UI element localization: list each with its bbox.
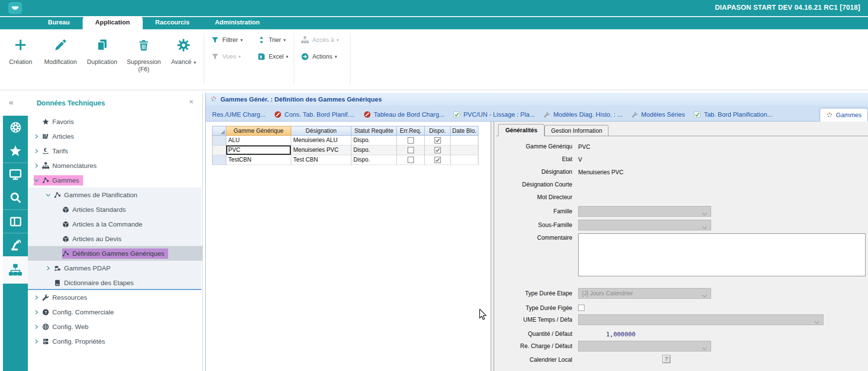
tree-item-articles-a-la-commande[interactable]: Articles à la Commande	[28, 217, 202, 231]
chevron-right-icon[interactable]	[34, 295, 42, 300]
chevron-right-icon[interactable]	[34, 309, 42, 315]
avance-button[interactable]: Avancé▾	[167, 32, 200, 73]
tree-item-articles[interactable]: Articles	[28, 129, 202, 144]
doc-tab-pvc-un-lissage[interactable]: PVC/UN - Lissage : Pla...	[449, 108, 539, 121]
cell-statut[interactable]: Dispo.	[351, 145, 397, 155]
re-charge-dropdown[interactable]	[578, 341, 711, 351]
dispo-checkbox[interactable]	[434, 137, 441, 144]
menu-tab-application[interactable]: Application	[83, 16, 143, 29]
tab-generalites[interactable]: Généralités	[498, 124, 544, 136]
table-row[interactable]: TestCBN Test CBN Dispo.	[212, 155, 478, 165]
err-req-checkbox[interactable]	[408, 157, 414, 163]
tab-gestion-information[interactable]: Gestion Information	[544, 125, 608, 136]
chevron-down-icon[interactable]	[45, 192, 54, 198]
tree-item-favoris[interactable]: Favoris	[28, 114, 202, 129]
chevron-right-icon[interactable]	[45, 266, 54, 271]
row-selector[interactable]	[212, 155, 226, 165]
dispo-checkbox[interactable]	[434, 147, 441, 153]
doc-tab-tab-bord-planification[interactable]: Tab. Bord Planification...	[689, 108, 777, 121]
chevron-right-icon[interactable]	[34, 163, 42, 168]
creation-button[interactable]: Création	[4, 32, 38, 73]
doc-tab-tableau-de-bord-charg[interactable]: Tableau de Bord Charg...	[359, 108, 449, 121]
actions-button[interactable]: Actions▾	[301, 53, 348, 61]
excel-button[interactable]: Excel▾	[258, 53, 290, 61]
close-panel-icon[interactable]	[189, 98, 194, 106]
rail-item-wheel-icon[interactable]	[3, 116, 28, 139]
row-selector[interactable]	[212, 145, 226, 155]
cell-statut[interactable]: Dispo.	[351, 136, 397, 145]
commentaire-textarea[interactable]	[578, 233, 866, 276]
menu-tab-administration[interactable]: Administration	[202, 16, 273, 29]
chevron-right-icon[interactable]	[34, 324, 42, 330]
type-duree-figee-checkbox[interactable]	[578, 305, 585, 311]
cell-designation[interactable]: Test CBN	[291, 155, 351, 165]
rail-item-monitor-icon[interactable]	[3, 163, 28, 186]
tree-item-nomenclatures[interactable]: Nomenclatures	[28, 158, 202, 173]
collapse-panel-icon[interactable]	[9, 98, 13, 107]
doc-tab-gammes[interactable]: Gammes	[820, 108, 868, 122]
rail-item-columns-icon[interactable]	[3, 209, 28, 233]
tree-item-config-commerciale[interactable]: ? Config. Commerciale	[28, 305, 202, 319]
select-all-corner[interactable]	[212, 126, 226, 136]
acces-a-button[interactable]: Accès à▾	[301, 36, 348, 44]
rail-item-hierarchy-icon[interactable]	[3, 256, 28, 284]
cell-gamme[interactable]: ALU	[226, 136, 291, 145]
trier-button[interactable]: Trier▾	[258, 36, 290, 44]
column-header-statut-requete[interactable]: Statut Requête	[351, 126, 397, 136]
cell-gamme[interactable]: TestCBN	[226, 155, 291, 165]
tree-item-config-web[interactable]: Config. Web	[28, 319, 202, 334]
err-req-checkbox[interactable]	[408, 137, 414, 144]
doc-tab-res-ume-charg[interactable]: Res./UME Charg...	[208, 108, 270, 121]
ume-temps-dropdown[interactable]	[578, 314, 824, 325]
suppression-button[interactable]: Suppression(F6)	[124, 32, 164, 73]
chevron-right-icon[interactable]	[34, 339, 42, 344]
cell-gamme-selected[interactable]: PVC	[226, 145, 291, 155]
cell-designation[interactable]: Menuiseries PVC	[291, 145, 351, 155]
tree-item-gammes-de-planification[interactable]: Gammes de Planification	[28, 187, 202, 202]
calendrier-local-help-button[interactable]: ?	[662, 355, 671, 363]
tree-item-gammes-pdap[interactable]: Gammes PDAP	[28, 261, 202, 275]
tree-item-tarifs[interactable]: € Tarifs	[28, 144, 202, 158]
panel-splitter[interactable]	[491, 122, 494, 371]
chevron-right-icon[interactable]	[34, 134, 42, 139]
chevron-right-icon[interactable]	[34, 148, 42, 154]
menu-tab-raccourcis[interactable]: Raccourcis	[143, 16, 202, 29]
cell-date-blo[interactable]	[451, 136, 478, 145]
cell-designation[interactable]: Menuiseries ALU	[291, 136, 351, 145]
tree-item-ressources[interactable]: Ressources	[28, 290, 202, 305]
cell-statut[interactable]: Dispo.	[351, 155, 397, 165]
tree-item-articles-au-devis[interactable]: Articles au Devis	[28, 231, 202, 246]
cell-date-blo[interactable]	[451, 145, 478, 155]
rail-item-search-icon[interactable]	[3, 186, 28, 209]
tree-item-gammes[interactable]: Gammes	[28, 173, 202, 187]
row-selector[interactable]	[212, 136, 226, 145]
column-header-gamme-generique[interactable]: Gamme Générique	[226, 126, 291, 136]
chevron-down-icon[interactable]	[34, 178, 42, 183]
tree-item-dictionnaire-des-etapes[interactable]: Dictionnaire des Etapes	[28, 275, 202, 290]
modification-button[interactable]: Modification	[41, 32, 81, 73]
tree-item-articles-standards[interactable]: Articles Standards	[28, 202, 202, 217]
column-header-err-req[interactable]: Err.Req.	[397, 126, 425, 136]
filtrer-button[interactable]: Filtrer▾	[211, 36, 245, 44]
menu-tab-bureau[interactable]: Bureau	[35, 16, 83, 29]
duplication-button[interactable]: Duplication	[84, 32, 121, 73]
dispo-checkbox[interactable]	[434, 157, 441, 163]
type-duree-etape-dropdown[interactable]: [J] Jours Calendrier	[578, 288, 711, 299]
doc-tab-cons-tab-bord-planif[interactable]: Cons. Tab. Bord Planif....	[270, 108, 359, 121]
column-header-designation[interactable]: Désignation	[291, 126, 351, 136]
err-req-checkbox[interactable]	[408, 147, 414, 153]
table-row[interactable]: PVC Menuiseries PVC Dispo.	[212, 145, 478, 155]
doc-tab-modeles-diag-histo[interactable]: Modèles Diag. Histo. : ...	[539, 108, 627, 121]
column-header-dispo[interactable]: Dispo.	[425, 126, 451, 136]
cell-date-blo[interactable]	[451, 155, 478, 165]
tree-item-definition-gammes-generiques[interactable]: Définition Gammes Génériques	[28, 246, 202, 261]
tree-item-config-proprietes[interactable]: Config. Propriétés	[28, 334, 202, 349]
rail-item-star-icon[interactable]	[3, 139, 28, 163]
sous-famille-dropdown[interactable]	[578, 220, 711, 230]
famille-dropdown[interactable]	[578, 206, 711, 217]
table-row[interactable]: ALU Menuiseries ALU Dispo.	[212, 136, 478, 145]
doc-tab-modeles-series[interactable]: Modèles Séries	[627, 108, 690, 121]
column-header-date-blo[interactable]: Date Blo.	[451, 126, 478, 136]
rail-item-robot-arm-icon[interactable]	[3, 233, 28, 256]
vues-button[interactable]: Vues▾	[211, 53, 245, 61]
